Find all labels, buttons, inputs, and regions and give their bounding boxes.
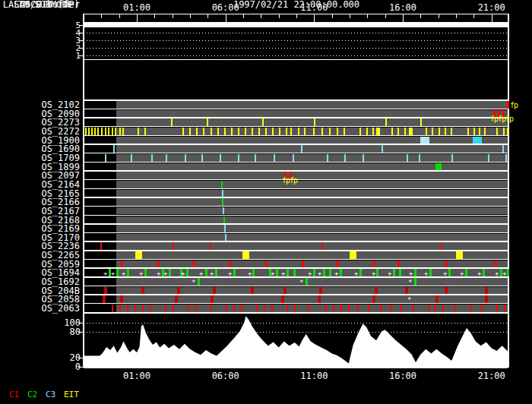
mark — [171, 118, 173, 126]
timeline-row-band — [116, 225, 508, 232]
mark — [265, 260, 268, 268]
mark — [385, 118, 387, 126]
mark — [211, 305, 212, 312]
axis-label: 01:00 — [123, 371, 150, 380]
mark — [340, 305, 342, 312]
timeline-row-band — [116, 278, 508, 286]
mark — [265, 128, 267, 135]
buffer-ytick — [78, 323, 84, 324]
mark — [283, 287, 287, 295]
mark — [151, 154, 153, 162]
mark — [213, 287, 216, 295]
mark — [485, 287, 488, 295]
mark — [298, 128, 299, 135]
mark — [376, 128, 380, 135]
mark — [287, 305, 288, 312]
mark — [473, 137, 482, 144]
mark — [127, 269, 129, 276]
mark — [286, 128, 287, 135]
mark — [366, 128, 368, 135]
mark — [251, 287, 254, 295]
mark — [88, 128, 90, 135]
mark — [413, 305, 414, 312]
mark — [229, 260, 231, 268]
flag-annotation: fpfpfp — [490, 115, 513, 123]
axis-label: 11:00 — [300, 3, 328, 12]
mark — [144, 269, 147, 276]
timeline-row-band — [116, 305, 508, 312]
tm-level-dotted-line — [84, 33, 508, 33]
mark — [127, 305, 128, 312]
mark — [122, 128, 124, 135]
mark — [165, 305, 166, 312]
buffer-axis-line — [84, 367, 508, 368]
mark — [382, 145, 383, 153]
mark — [177, 287, 180, 295]
mark — [340, 269, 342, 276]
buffer-area-chart — [84, 315, 508, 367]
mark — [313, 128, 315, 135]
legend-item: C1 — [9, 390, 19, 399]
mark — [414, 278, 416, 286]
mark — [337, 260, 339, 268]
mark — [97, 128, 99, 135]
tm-level-dotted-line — [84, 55, 508, 56]
mark — [104, 287, 107, 295]
mark — [488, 154, 489, 162]
mark — [105, 154, 106, 162]
mark — [215, 269, 217, 276]
mark — [507, 101, 509, 109]
mark — [467, 128, 469, 135]
mark — [276, 269, 278, 276]
mark — [313, 269, 315, 276]
mark — [451, 128, 452, 135]
mark — [319, 287, 322, 295]
mark — [376, 269, 378, 276]
axis-tick — [137, 14, 138, 23]
mark — [112, 128, 113, 135]
mark — [363, 154, 364, 162]
axis-tick — [350, 14, 350, 18]
mark — [271, 305, 273, 312]
mark — [252, 128, 253, 135]
mark — [272, 128, 274, 135]
mark — [445, 128, 446, 135]
mark — [484, 128, 486, 135]
mark — [258, 128, 260, 135]
mark — [222, 190, 223, 197]
mark — [201, 154, 203, 162]
mark — [407, 154, 408, 162]
telemetry-timeline-screen: TM SUBMODE LASCO/EIT (OP) LASCO-buffer 1… — [0, 0, 532, 404]
axis-tick — [492, 14, 492, 23]
mark — [138, 128, 139, 135]
mark — [435, 295, 439, 303]
axis-tick — [420, 14, 421, 18]
mark — [135, 305, 136, 312]
mark — [481, 305, 483, 312]
mark — [119, 128, 121, 135]
mark — [189, 128, 191, 135]
mark — [329, 269, 331, 276]
axis-tick — [473, 14, 474, 18]
mark — [429, 269, 432, 276]
mark — [369, 305, 370, 312]
mark — [441, 242, 442, 250]
mark — [314, 118, 315, 126]
mark — [503, 128, 505, 135]
flag-annotation: fp — [510, 102, 518, 109]
mark — [245, 128, 246, 135]
axis-tick — [296, 14, 297, 18]
tm-level-label: 1 — [65, 52, 81, 61]
mark — [357, 305, 359, 312]
mark — [91, 128, 93, 135]
mark — [321, 242, 323, 250]
mark — [198, 278, 200, 286]
tm-submode-value-bar — [84, 23, 508, 27]
mark — [185, 154, 186, 162]
timeline-row-band — [116, 118, 508, 126]
mark — [502, 145, 504, 153]
timeline-row-band — [116, 190, 508, 197]
mark — [479, 128, 480, 135]
mark — [217, 128, 219, 135]
mark — [193, 260, 195, 268]
